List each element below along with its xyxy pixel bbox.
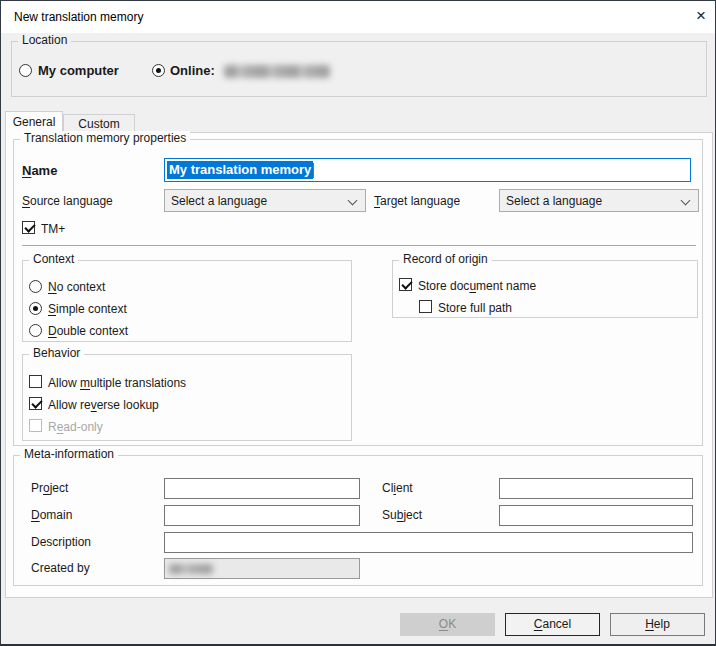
checkbox-icon (29, 419, 42, 432)
target-language-label: Target language (374, 194, 460, 208)
created-by-label: Created by (31, 561, 90, 575)
description-input[interactable] (164, 532, 693, 553)
radio-icon (29, 302, 42, 315)
checkbox-icon (29, 397, 42, 410)
window-title: New translation memory (14, 1, 143, 33)
tm-properties-legend: Translation memory properties (20, 131, 190, 145)
meta-information-group: Meta-information Project Client Domain S… (13, 455, 703, 586)
text-caret (313, 163, 314, 178)
behavior-legend: Behavior (29, 346, 84, 360)
radio-icon (29, 324, 42, 337)
checkbox-icon (29, 375, 42, 388)
radio-icon (19, 64, 32, 77)
title-bar: New translation memory × (1, 1, 715, 33)
simple-context-label: Simple context (48, 302, 127, 316)
target-language-dropdown[interactable]: Select a language (499, 189, 699, 212)
tm-plus-label: TM+ (41, 222, 65, 236)
tab-general-label: General (13, 115, 56, 129)
source-language-value: Select a language (171, 194, 267, 208)
checkbox-icon (419, 300, 432, 313)
client-input[interactable] (499, 478, 693, 499)
created-by-value-redacted (169, 564, 213, 574)
chevron-down-icon (681, 196, 691, 206)
ok-button[interactable]: OK (400, 613, 495, 636)
record-of-origin-group: Record of origin Store document name Sto… (392, 260, 698, 318)
name-input[interactable]: My translation memory (164, 158, 691, 182)
name-label: Name (22, 163, 57, 178)
allow-reverse-lookup-label: Allow reverse lookup (48, 398, 159, 412)
cancel-button[interactable]: Cancel (505, 613, 600, 636)
tm-properties-group: Translation memory properties Name My tr… (13, 139, 703, 446)
context-legend: Context (29, 252, 78, 266)
double-context-label: Double context (48, 324, 128, 338)
checkbox-icon (399, 278, 412, 291)
client-label: Client (382, 481, 413, 495)
context-group: Context No context Simple context Double… (22, 260, 352, 342)
source-language-dropdown[interactable]: Select a language (164, 189, 366, 212)
radio-my-computer-label: My computer (38, 63, 119, 78)
subject-label: Subject (382, 508, 422, 522)
target-language-value: Select a language (506, 194, 602, 208)
help-button[interactable]: Help (610, 613, 705, 636)
chevron-down-icon (348, 196, 358, 206)
created-by-input (164, 558, 360, 579)
allow-multiple-translations-label: Allow multiple translations (48, 376, 186, 390)
close-icon[interactable]: × (687, 1, 715, 33)
radio-icon (152, 64, 165, 77)
subject-input[interactable] (499, 505, 693, 526)
domain-input[interactable] (164, 505, 360, 526)
online-server-address-redacted (224, 65, 330, 78)
name-input-selected-text: My translation memory (167, 161, 313, 179)
store-document-name-label: Store document name (418, 279, 536, 293)
record-of-origin-legend: Record of origin (399, 252, 492, 266)
read-only-label: Read-only (48, 420, 103, 434)
separator-line (22, 245, 696, 246)
project-label: Project (31, 481, 68, 495)
no-context-label: No context (48, 280, 105, 294)
checkbox-icon (22, 221, 35, 234)
project-input[interactable] (164, 478, 360, 499)
location-legend: Location (18, 33, 71, 47)
meta-information-legend: Meta-information (20, 447, 118, 461)
radio-icon (29, 280, 42, 293)
radio-online-label: Online: (170, 63, 215, 78)
source-language-label: Source language (22, 194, 113, 208)
behavior-group: Behavior Allow multiple translations All… (22, 354, 352, 441)
location-group: Location My computer Online: (11, 41, 707, 97)
new-translation-memory-dialog: New translation memory × Location My com… (0, 0, 716, 646)
description-label: Description (31, 535, 91, 549)
store-full-path-label: Store full path (438, 301, 512, 315)
domain-label: Domain (31, 508, 72, 522)
